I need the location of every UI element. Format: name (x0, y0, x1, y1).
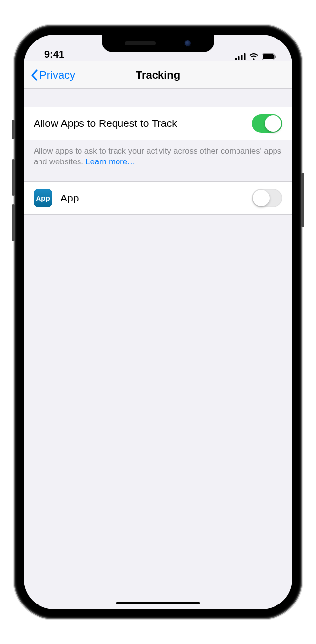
front-camera (184, 40, 191, 47)
app-tracking-switch[interactable] (252, 189, 282, 207)
svg-rect-3 (244, 53, 246, 60)
phone-frame: 9:41 Privacy Tracking Allow Apps to Requ… (15, 26, 301, 618)
switch-knob (253, 190, 270, 206)
home-indicator[interactable] (116, 602, 200, 604)
app-name: App (60, 192, 79, 204)
svg-rect-2 (241, 55, 243, 60)
status-time: 9:41 (44, 49, 64, 60)
footer-text: Allow apps to ask to track your activity… (34, 146, 281, 166)
app-row: App App (24, 181, 292, 215)
battery-icon (262, 53, 276, 60)
side-button (301, 173, 304, 227)
volume-up-button (12, 159, 15, 196)
nav-bar: Privacy Tracking (24, 61, 292, 89)
learn-more-link[interactable]: Learn more… (85, 157, 135, 166)
volume-down-button (12, 204, 15, 241)
cellular-icon (235, 53, 246, 60)
content: Allow Apps to Request to Track Allow app… (24, 89, 292, 215)
svg-rect-1 (238, 56, 240, 60)
svg-rect-6 (275, 56, 276, 58)
allow-tracking-switch[interactable] (252, 114, 282, 133)
back-label: Privacy (40, 69, 75, 81)
mute-switch (12, 120, 15, 139)
back-button[interactable]: Privacy (31, 69, 75, 81)
allow-tracking-label: Allow Apps to Request to Track (34, 118, 177, 129)
allow-tracking-footer: Allow apps to ask to track your activity… (24, 140, 292, 181)
svg-rect-5 (263, 54, 274, 59)
svg-rect-0 (235, 58, 237, 60)
screen: 9:41 Privacy Tracking Allow Apps to Requ… (24, 35, 292, 609)
speaker (125, 41, 156, 45)
notch (102, 35, 214, 52)
allow-tracking-row: Allow Apps to Request to Track (24, 107, 292, 140)
wifi-icon (249, 53, 259, 60)
chevron-left-icon (31, 69, 38, 81)
switch-knob (265, 115, 281, 132)
app-icon: App (34, 189, 52, 207)
